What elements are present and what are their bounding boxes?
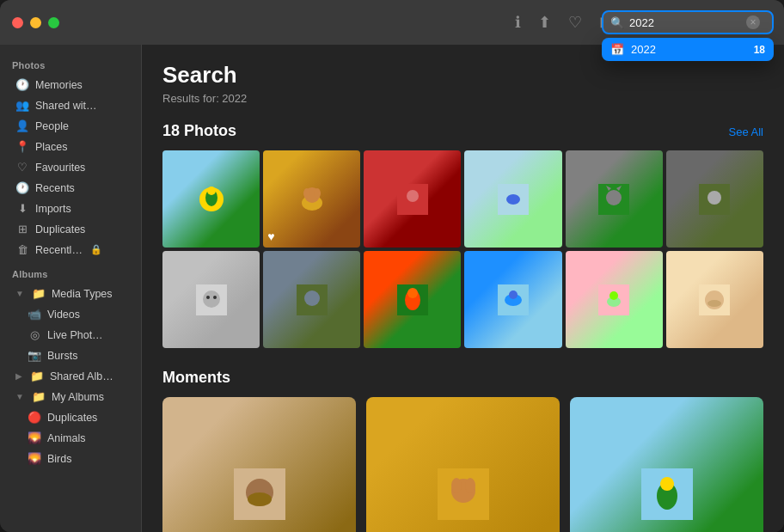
- search-input[interactable]: [629, 16, 741, 29]
- svg-point-25: [407, 288, 418, 298]
- sidebar-item-shared-albums[interactable]: ▶ 📁 Shared Alb…: [3, 366, 138, 386]
- sidebar-label-imports: Imports: [35, 203, 71, 215]
- photo-content: [666, 150, 763, 248]
- sidebar-label-memories: Memories: [35, 79, 83, 91]
- sidebar-item-bursts[interactable]: 📷 Bursts: [3, 345, 138, 365]
- sidebar-item-recents[interactable]: 🕐 Recents: [3, 178, 138, 198]
- duplicates-album-icon: 🔴: [28, 411, 41, 424]
- bursts-icon: 📷: [28, 349, 41, 362]
- heart-icon[interactable]: ♡: [568, 13, 582, 32]
- people-icon: 👤: [15, 119, 29, 132]
- sidebar-label-shared-albums: Shared Alb…: [50, 370, 113, 382]
- minimize-button[interactable]: [30, 17, 41, 28]
- sidebar-label-favourites: Favourites: [35, 162, 85, 174]
- main-panel: Search Results for: 2022 18 Photos See A…: [142, 45, 784, 532]
- sidebar-item-videos[interactable]: 📹 Videos: [3, 304, 138, 324]
- photo-thumb[interactable]: [666, 251, 763, 348]
- search-clear-button[interactable]: ×: [746, 15, 760, 29]
- moment-thumb[interactable]: [366, 397, 560, 532]
- svg-point-41: [465, 478, 475, 493]
- photo-content: [263, 251, 360, 348]
- moments-section-title: Moments: [162, 369, 230, 387]
- titlebar: ℹ ⬆ ♡ ⊡ 🔍 × 📅 2022 18: [0, 0, 784, 45]
- search-dropdown: 📅 2022 18: [602, 38, 774, 61]
- sidebar-item-shared[interactable]: 👥 Shared wit…: [3, 95, 138, 115]
- maximize-button[interactable]: [48, 17, 59, 28]
- moment-thumb[interactable]: [570, 397, 763, 532]
- moments-grid: 15 Dec 2022 7 Dec 2022: [162, 397, 763, 532]
- photo-content: [464, 251, 561, 348]
- sidebar-item-people[interactable]: 👤 People: [3, 116, 138, 136]
- photo-content: [566, 150, 663, 248]
- sidebar-label-duplicates: Duplicates: [35, 223, 85, 235]
- sidebar-item-imports[interactable]: ⬇ Imports: [3, 199, 138, 218]
- sidebar-item-favourites[interactable]: ♡ Favourites: [3, 157, 138, 177]
- moment-item[interactable]: 22 Nov 2022: [570, 397, 763, 532]
- places-icon: 📍: [15, 140, 29, 153]
- svg-point-31: [609, 291, 618, 300]
- svg-point-19: [206, 296, 210, 299]
- sidebar-item-birds[interactable]: 🌄 Birds: [3, 449, 138, 468]
- svg-point-40: [451, 478, 462, 493]
- sidebar-label-bursts: Bursts: [47, 350, 77, 362]
- sidebar-label-shared: Shared wit…: [35, 100, 97, 112]
- sidebar-item-animals[interactable]: 🌄 Animals: [3, 428, 138, 448]
- photo-thumb[interactable]: [566, 251, 663, 348]
- photo-thumb[interactable]: [263, 251, 360, 348]
- calendar-icon: 📅: [610, 43, 624, 56]
- shared-albums-disclosure: ▶: [15, 371, 22, 381]
- svg-point-22: [304, 290, 320, 306]
- recents-icon: 🕐: [15, 181, 29, 194]
- live-photos-icon: ◎: [28, 328, 41, 341]
- sidebar-item-memories[interactable]: 🕐 Memories: [3, 75, 138, 95]
- photo-content: [162, 251, 260, 348]
- photo-content: [263, 150, 360, 248]
- photo-thumb[interactable]: [666, 150, 763, 248]
- info-icon[interactable]: ℹ: [515, 13, 521, 32]
- dropdown-year-item[interactable]: 📅 2022 18: [602, 38, 774, 61]
- sidebar-label-videos: Videos: [47, 309, 80, 321]
- photo-content: [566, 251, 663, 348]
- heart-badge: ♥: [267, 229, 274, 243]
- see-all-button[interactable]: See All: [729, 125, 763, 138]
- photo-thumb[interactable]: [364, 150, 461, 248]
- traffic-lights: [12, 17, 59, 28]
- moment-item[interactable]: 7 Dec 2022: [366, 397, 560, 532]
- app-window: ℹ ⬆ ♡ ⊡ 🔍 × 📅 2022 18 Photos: [0, 0, 784, 532]
- svg-point-10: [506, 194, 520, 205]
- photos-section-header: 18 Photos See All: [162, 122, 763, 140]
- moment-thumb[interactable]: [162, 397, 356, 532]
- sidebar-label-places: Places: [35, 141, 68, 153]
- share-icon[interactable]: ⬆: [538, 13, 551, 32]
- photo-thumb[interactable]: [464, 251, 561, 348]
- svg-point-37: [248, 492, 272, 506]
- sidebar-label-people: People: [35, 120, 69, 132]
- memories-icon: 🕐: [15, 78, 29, 91]
- sidebar-item-my-albums[interactable]: ▼ 📁 My Albums: [3, 387, 138, 407]
- photo-thumb[interactable]: [162, 150, 260, 248]
- sidebar-label-live-photos: Live Phot…: [47, 329, 103, 341]
- photo-content: [666, 251, 763, 348]
- dropdown-count: 18: [754, 44, 765, 56]
- sidebar-label-recents: Recents: [35, 182, 75, 194]
- duplicates-icon: ⊞: [15, 223, 29, 235]
- sidebar-item-media-types[interactable]: ▼ 📁 Media Types: [3, 284, 138, 303]
- sidebar-item-recently-deleted[interactable]: 🗑 Recentl… 🔒: [3, 240, 138, 260]
- photo-thumb[interactable]: [364, 251, 461, 348]
- svg-point-34: [707, 300, 721, 307]
- photo-thumb[interactable]: [464, 150, 561, 248]
- photo-thumb[interactable]: [162, 251, 260, 348]
- search-container: 🔍 × 📅 2022 18: [602, 10, 774, 34]
- sidebar-item-live-photos[interactable]: ◎ Live Phot…: [3, 325, 138, 345]
- svg-point-6: [314, 188, 321, 199]
- close-button[interactable]: [12, 17, 23, 28]
- photo-thumb[interactable]: ♥: [263, 150, 360, 248]
- photo-thumb[interactable]: [566, 150, 663, 248]
- svg-point-18: [203, 290, 220, 308]
- search-input-wrapper[interactable]: 🔍 ×: [602, 10, 774, 34]
- moment-item[interactable]: 15 Dec 2022: [162, 397, 356, 532]
- sidebar-item-duplicates[interactable]: ⊞ Duplicates: [3, 219, 138, 239]
- sidebar-item-duplicates-album[interactable]: 🔴 Duplicates: [3, 407, 138, 427]
- videos-icon: 📹: [28, 308, 41, 321]
- sidebar-item-places[interactable]: 📍 Places: [3, 137, 138, 156]
